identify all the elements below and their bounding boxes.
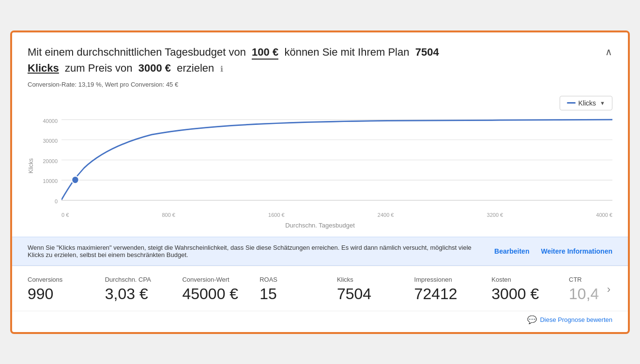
stat-label-conversions: Conversions <box>28 276 105 283</box>
svg-wrapper: 0 € 800 € 1600 € 2400 € 3200 € 4000 € <box>61 114 612 218</box>
stat-value-klicks: 7504 <box>337 285 414 303</box>
chart-svg-container: 40000 30000 20000 10000 0 <box>36 114 612 218</box>
line-chart <box>61 114 612 211</box>
stat-value-roas: 15 <box>259 285 337 303</box>
x-tick-4000: 4000 € <box>596 212 612 218</box>
plan-value: 7504 <box>415 46 439 58</box>
stat-label-klicks: Klicks <box>337 276 414 283</box>
plan-unit: Klicks <box>28 62 59 74</box>
stat-roas: ROAS 15 <box>259 276 337 303</box>
stat-label-kosten: Kosten <box>491 276 569 283</box>
y-tick-10000: 10000 <box>43 178 58 184</box>
y-tick-0: 0 <box>55 198 58 204</box>
stat-ctr: CTR 10,4 › <box>569 276 612 303</box>
headline-pre: Mit einem durchschnittlichen Tagesbudget… <box>28 46 246 58</box>
stat-value-impressionen: 72412 <box>414 285 492 303</box>
y-tick-30000: 30000 <box>43 138 58 144</box>
y-tick-40000: 40000 <box>43 118 58 124</box>
stat-conversions: Conversions 990 <box>28 276 105 303</box>
x-axis-label: Durchschn. Tagesbudget <box>28 222 612 229</box>
legend-item-klicks[interactable]: Klicks ▼ <box>560 96 612 110</box>
info-icon[interactable]: ℹ <box>220 65 223 73</box>
stat-conv-wert: Conversion-Wert 45000 € <box>182 276 259 303</box>
rate-forecast-label: Diese Prognose bewerten <box>540 316 612 323</box>
legend-dropdown-icon: ▼ <box>600 100 605 106</box>
headline-end: erzielen <box>177 62 214 74</box>
stat-value-cpa: 3,03 € <box>105 285 183 303</box>
headline-post: zum Preis von <box>65 62 132 74</box>
x-tick-3200: 3200 € <box>487 212 503 218</box>
chart-area: Klicks ▼ Klicks 40000 30000 20000 10000 … <box>28 96 612 237</box>
price-value: 3000 € <box>138 62 171 74</box>
footer-row: 💬 Diese Prognose bewerten <box>12 311 628 332</box>
stat-label-cpa: Durchschn. CPA <box>105 276 183 283</box>
stat-label-impressionen: Impressionen <box>414 276 492 283</box>
header-row: Mit einem durchschnittlichen Tagesbudget… <box>28 44 612 76</box>
stats-row: Conversions 990 Durchschn. CPA 3,03 € Co… <box>12 266 628 311</box>
x-tick-800: 800 € <box>162 212 175 218</box>
banner-more-info-link[interactable]: Weitere Informationen <box>541 247 612 255</box>
x-ticks-row: 0 € 800 € 1600 € 2400 € 3200 € 4000 € <box>61 212 612 218</box>
stat-value-conv-wert: 45000 € <box>182 285 259 303</box>
stat-label-roas: ROAS <box>259 276 337 283</box>
headline-mid: können Sie mit Ihrem Plan <box>284 46 409 58</box>
chart-legend: Klicks ▼ <box>28 96 612 110</box>
banner-text: Wenn Sie "Klicks maximieren" verwenden, … <box>28 244 487 258</box>
banner-edit-link[interactable]: Bearbeiten <box>494 247 529 255</box>
banner-actions: Bearbeiten Weitere Informationen <box>494 247 612 255</box>
sub-info: Conversion-Rate: 13,19 %, Wert pro Conve… <box>28 81 612 88</box>
budget-value: 100 € <box>252 46 278 60</box>
stat-impressionen: Impressionen 72412 <box>414 276 492 303</box>
legend-label: Klicks <box>579 99 596 107</box>
info-banner: Wenn Sie "Klicks maximieren" verwenden, … <box>12 237 628 266</box>
stat-value-kosten: 3000 € <box>491 285 569 303</box>
rate-forecast-link[interactable]: 💬 Diese Prognose bewerten <box>527 315 612 324</box>
x-tick-2400: 2400 € <box>378 212 394 218</box>
stat-cpa: Durchschn. CPA 3,03 € <box>105 276 183 303</box>
headline: Mit einem durchschnittlichen Tagesbudget… <box>28 44 439 76</box>
x-tick-1600: 1600 € <box>268 212 285 218</box>
stat-value-conversions: 990 <box>28 285 105 303</box>
main-card: Mit einem durchschnittlichen Tagesbudget… <box>12 32 628 237</box>
stats-next-button[interactable]: › <box>607 283 610 296</box>
stat-klicks: Klicks 7504 <box>337 276 414 303</box>
y-tick-20000: 20000 <box>43 158 58 164</box>
stat-label-ctr: CTR <box>569 276 612 283</box>
stat-value-ctr: 10,4 <box>569 285 612 303</box>
stat-kosten: Kosten 3000 € <box>491 276 569 303</box>
chart-with-axes: Klicks 40000 30000 20000 10000 0 <box>28 114 612 218</box>
y-ticks-container: 40000 30000 20000 10000 0 <box>36 118 58 204</box>
legend-dot <box>567 102 576 104</box>
x-tick-0: 0 € <box>61 212 69 218</box>
svg-point-6 <box>72 176 78 183</box>
collapse-button[interactable]: ∧ <box>605 46 612 58</box>
y-axis-label: Klicks <box>28 158 34 173</box>
rate-forecast-icon: 💬 <box>527 315 537 324</box>
stat-label-conv-wert: Conversion-Wert <box>182 276 259 283</box>
main-container: Mit einem durchschnittlichen Tagesbudget… <box>10 30 630 334</box>
